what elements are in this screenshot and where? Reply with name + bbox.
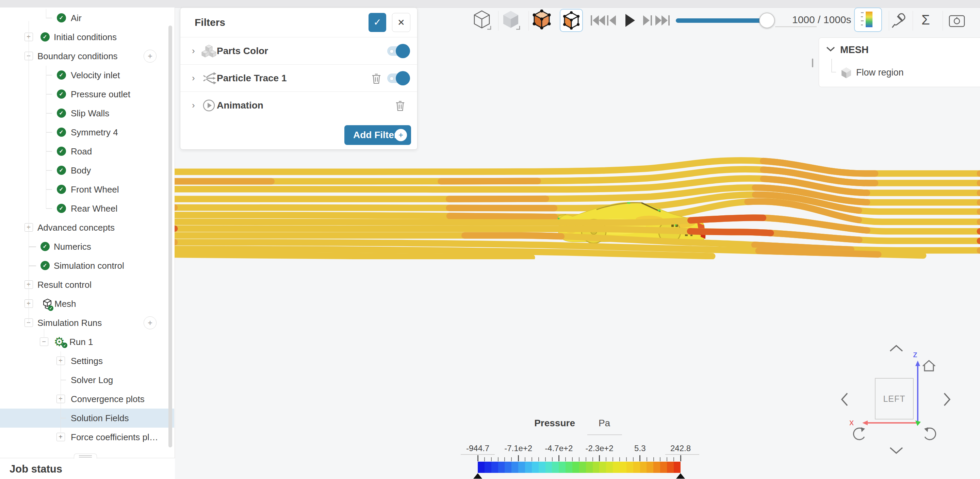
viewport-3d-scene[interactable] [175, 146, 980, 259]
check-icon: ✓ [40, 242, 50, 251]
tree-item-slip-walls[interactable]: ✓Slip Walls [0, 104, 174, 123]
check-icon: ✓ [57, 166, 66, 175]
tree-item-force-coefficients-pl[interactable]: +Force coefficients pl… [0, 428, 174, 447]
chevron-right-icon[interactable]: › [192, 92, 195, 119]
job-status-panel: Job status [0, 458, 175, 479]
previous-frame-button[interactable] [607, 15, 618, 26]
cube-icon [840, 66, 853, 79]
play-button[interactable] [625, 14, 636, 27]
rotate-up-button[interactable] [887, 343, 906, 352]
tree-item-solution-fields[interactable]: Solution Fields [0, 409, 174, 428]
tree-item-convergence-plots[interactable]: +Convergence plots [0, 390, 174, 409]
tree-item-settings[interactable]: +Settings [0, 352, 174, 371]
tree-item-air[interactable]: ✓Air [0, 8, 174, 27]
mesh-icon: ✓ [41, 298, 54, 311]
tree-item-rear-wheel[interactable]: ✓Rear Wheel [0, 199, 174, 218]
legend-color-segment [525, 461, 532, 473]
tree-item-label: Result control [37, 275, 92, 294]
tree-item-road[interactable]: ✓Road [0, 142, 174, 161]
tree-item-pressure-outlet[interactable]: ✓Pressure outlet [0, 85, 174, 104]
tree-item-initial-conditions[interactable]: +✓Initial conditions [0, 27, 174, 47]
chevron-right-icon[interactable]: › [192, 65, 195, 92]
filter-row-particle-trace-1[interactable]: ›Particle Trace 1 [180, 64, 417, 92]
tree-item-symmetry-4[interactable]: ✓Symmetry 4 [0, 123, 174, 142]
close-filters-button[interactable]: ✕ [392, 13, 410, 32]
filters-panel: Filters ✓ ✕ ›Parts Color›Particle Trace … [180, 8, 417, 150]
add-filter-button[interactable]: Add Filter + [344, 125, 411, 145]
filter-visibility-toggle[interactable] [387, 46, 409, 56]
tree-item-simulation-runs[interactable]: −Simulation Runs+ [0, 313, 174, 333]
tree-item-simulation-control[interactable]: ✓Simulation control [0, 256, 174, 275]
filter-visibility-toggle[interactable] [387, 73, 409, 83]
chevron-right-icon[interactable]: › [192, 37, 195, 65]
legend-tick [531, 457, 532, 461]
filter-label: Parts Color [217, 37, 268, 65]
minus-expander-box[interactable]: − [40, 337, 48, 346]
rotate-right-button[interactable] [942, 390, 951, 409]
tree-item-label: Run 1 [69, 333, 93, 352]
tree-item-solver-log[interactable]: Solver Log [0, 371, 174, 390]
timeline-slider-handle[interactable] [759, 13, 775, 28]
trash-icon[interactable] [395, 100, 406, 111]
tree-item-front-wheel[interactable]: ✓Front Wheel [0, 180, 174, 199]
skip-to-end-button[interactable] [655, 15, 671, 26]
sidebar-scrollbar[interactable] [169, 25, 172, 447]
legend-color-segment [674, 461, 681, 473]
add-item-button[interactable]: + [143, 50, 156, 63]
legend-tick [504, 457, 505, 461]
legend-tick-label[interactable]: 242.8 [657, 444, 705, 453]
right-panel-scrollbar[interactable] [812, 59, 813, 67]
legend-tick [619, 457, 620, 461]
tree-item-velocity-inlet[interactable]: ✓Velocity inlet [0, 66, 174, 85]
wireframe-view-button[interactable] [473, 10, 492, 30]
tree-connector [46, 170, 52, 171]
tree-item-numerics[interactable]: ✓Numerics [0, 237, 174, 256]
toolbar-divider [889, 11, 889, 30]
plus-expander-box[interactable]: + [56, 433, 65, 441]
rotate-down-button[interactable] [887, 445, 906, 455]
mesh-panel-title[interactable]: MESH [840, 44, 869, 56]
legend-tick [606, 457, 606, 461]
mesh-view-button[interactable] [532, 10, 552, 30]
skip-to-start-button[interactable] [591, 15, 606, 26]
time-display[interactable]: 1000 / 1000s [792, 13, 851, 27]
screenshot-camera-button[interactable] [949, 13, 966, 28]
timeline-slider-track[interactable] [676, 18, 767, 23]
legend-max-marker[interactable] [676, 473, 685, 479]
trash-icon[interactable] [371, 73, 382, 84]
legend-color-segment [532, 461, 539, 473]
solid-view-button[interactable] [501, 10, 521, 30]
probe-eyedropper-button[interactable] [889, 12, 907, 29]
legend-color-bar[interactable] [478, 461, 681, 473]
apply-filters-button[interactable]: ✓ [369, 13, 386, 32]
legend-color-segment [633, 461, 640, 473]
mesh-surface-view-button-selected[interactable] [560, 9, 583, 32]
chevron-down-icon[interactable] [826, 46, 836, 52]
tree-item-run-1[interactable]: −⚙✓Run 1 [0, 333, 174, 352]
statistics-sigma-button[interactable]: Σ [921, 12, 930, 27]
tree-item-boundary-conditions[interactable]: −Boundary conditions+ [0, 47, 174, 66]
color-legend-button-selected[interactable] [854, 8, 882, 32]
filter-row-parts-color[interactable]: ›Parts Color [180, 37, 417, 65]
tree-item-body[interactable]: ✓Body [0, 161, 174, 180]
legend-color-segment [546, 461, 552, 473]
legend-max-underline [665, 454, 699, 455]
filter-row-animation[interactable]: ›Animation [180, 92, 417, 119]
time-current-value[interactable]: 1000 [792, 14, 815, 25]
legend-color-segment [640, 461, 647, 473]
tree-item-mesh[interactable]: +✓Mesh [0, 294, 174, 313]
legend-color-segment [606, 461, 613, 473]
rotate-left-button[interactable] [839, 390, 849, 409]
mesh-item-flow-region[interactable]: Flow region [856, 67, 904, 78]
animation-icon [202, 98, 216, 113]
next-frame-button[interactable] [643, 15, 654, 26]
tree-item-result-control[interactable]: +Result control [0, 275, 174, 294]
legend-unit-select[interactable]: Pa [587, 418, 621, 429]
add-item-button[interactable]: + [143, 317, 156, 329]
legend-min-marker[interactable] [473, 473, 482, 479]
tree-item-label: Air [71, 8, 82, 27]
panel-drag-handle[interactable] [74, 454, 97, 458]
tree-item-label: Front Wheel [71, 180, 119, 199]
legend-color-segment [504, 461, 511, 473]
tree-item-advanced-concepts[interactable]: +Advanced concepts [0, 218, 174, 237]
